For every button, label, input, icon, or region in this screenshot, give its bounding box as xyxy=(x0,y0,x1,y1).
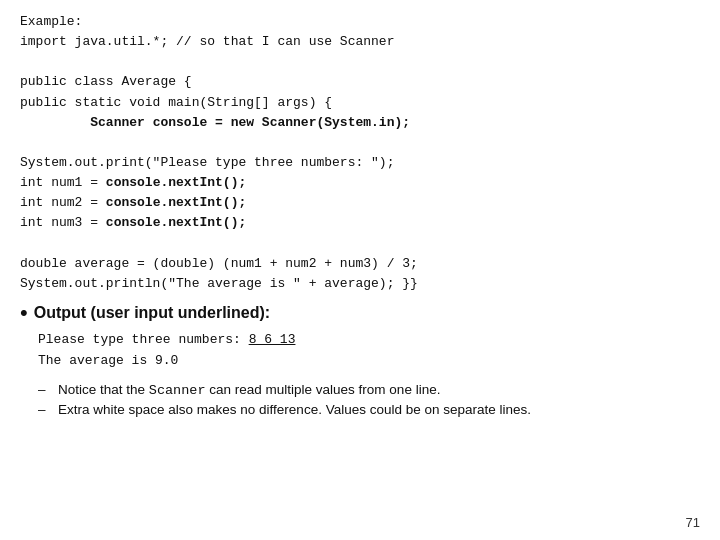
blank1 xyxy=(20,52,700,72)
output-line2: The average is 9.0 xyxy=(38,351,700,372)
dash1-text: Notice that the Scanner can read multipl… xyxy=(58,382,440,398)
public-class-line: public class Average { xyxy=(20,72,700,92)
double-line: double average = (double) (num1 + num2 +… xyxy=(20,254,700,274)
num3-prefix: int num3 = xyxy=(20,215,106,230)
num3-line: int num3 = console.nextInt(); xyxy=(20,213,700,233)
import-line: import java.util.*; // so that I can use… xyxy=(20,32,700,52)
blank2 xyxy=(20,133,700,153)
output-line1-prefix: Please type three numbers: xyxy=(38,332,249,347)
output-heading-text: Output (user input underlined): xyxy=(34,304,270,322)
scanner-bold: Scanner console = new Scanner(System.in)… xyxy=(82,115,410,130)
scanner-line: Scanner console = new Scanner(System.in)… xyxy=(20,113,700,133)
dash1-code: Scanner xyxy=(149,383,206,398)
dash2-text: Extra white space also makes no differen… xyxy=(58,402,531,417)
example-section: Example: import java.util.*; // so that … xyxy=(20,12,700,294)
num2-bold: console.nextInt(); xyxy=(106,195,246,210)
example-label: Example: xyxy=(20,12,700,32)
page-number: 71 xyxy=(686,515,700,530)
output-line1-underlined: 8 6 13 xyxy=(249,332,296,347)
dash-icon-2: – xyxy=(38,402,52,417)
dash-item-2: – Extra white space also makes no differ… xyxy=(38,402,700,417)
num2-line: int num2 = console.nextInt(); xyxy=(20,193,700,213)
sysout-line: System.out.print("Please type three numb… xyxy=(20,153,700,173)
blank3 xyxy=(20,234,700,254)
output-line1: Please type three numbers: 8 6 13 xyxy=(38,330,700,351)
output-heading-strong: Output (user input underlined): xyxy=(34,304,270,321)
num1-bold: console.nextInt(); xyxy=(106,175,246,190)
num2-prefix: int num2 = xyxy=(20,195,106,210)
num1-prefix: int num1 = xyxy=(20,175,106,190)
num3-bold: console.nextInt(); xyxy=(106,215,246,230)
dash1-prefix: Notice that the xyxy=(58,382,149,397)
public-static-line: public static void main(String[] args) { xyxy=(20,93,700,113)
num1-line: int num1 = console.nextInt(); xyxy=(20,173,700,193)
output-heading-section: • Output (user input underlined): xyxy=(20,304,700,326)
output-code-block: Please type three numbers: 8 6 13 The av… xyxy=(38,330,700,372)
bullet-icon: • xyxy=(20,302,28,324)
dash-item-1: – Notice that the Scanner can read multi… xyxy=(38,382,700,398)
println-line: System.out.println("The average is " + a… xyxy=(20,274,700,294)
dash1-suffix: can read multiple values from one line. xyxy=(206,382,441,397)
dash-icon-1: – xyxy=(38,382,52,397)
